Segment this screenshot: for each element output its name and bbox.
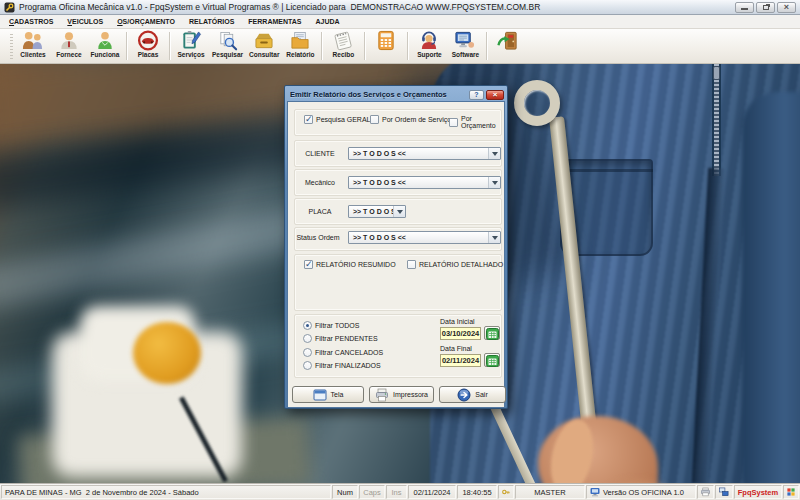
dialog-help-button[interactable]: ? bbox=[469, 90, 484, 100]
menu-ajuda[interactable]: AJUDA bbox=[309, 15, 347, 28]
data-final-label: Data Final bbox=[440, 345, 472, 352]
file-drawer-icon bbox=[252, 30, 276, 51]
close-button[interactable]: × bbox=[777, 2, 796, 13]
statusbar-num: Num bbox=[332, 485, 358, 499]
toolbar-consultar-button[interactable]: Consultar bbox=[246, 29, 282, 63]
software-icon bbox=[453, 30, 477, 51]
checkbox-icon bbox=[370, 115, 379, 124]
status-ordem-dropdown[interactable]: >> T O D O S << bbox=[348, 231, 501, 244]
toolbar-label: Clientes bbox=[20, 51, 45, 59]
toolbar-separator bbox=[126, 32, 127, 60]
toolbar-separator bbox=[169, 32, 170, 60]
toolbar-funciona-button[interactable]: Funciona bbox=[87, 29, 123, 63]
toolbar-clientes-button[interactable]: Clientes bbox=[15, 29, 51, 63]
toolbar-placas-button[interactable]: Placas bbox=[130, 29, 166, 63]
cliente-value: >> T O D O S << bbox=[349, 150, 488, 157]
cliente-label: CLIENTE bbox=[296, 150, 344, 157]
statusbar-caps: Caps bbox=[359, 485, 385, 499]
checkbox-por-ordem-servico[interactable]: Por Ordem de Serviço bbox=[370, 115, 451, 124]
checkbox-por-orcamento[interactable]: Por Orçamento bbox=[449, 115, 504, 129]
dialog-titlebar[interactable]: Emitir Relatório dos Serviços e Orçament… bbox=[287, 88, 505, 101]
toolbar-servicos-button[interactable]: Serviços bbox=[173, 29, 209, 63]
data-inicial-field[interactable]: 03/10/2024 bbox=[440, 327, 481, 340]
toolbar-recibo-button[interactable]: Recibo bbox=[325, 29, 361, 63]
toolbar-relatorio-button[interactable]: Relatório bbox=[282, 29, 318, 63]
sair-button-label: Sair bbox=[475, 391, 487, 398]
statusbar: PARA DE MINAS - MG 2 de Novembro de 2024… bbox=[0, 483, 800, 500]
placa-dropdown[interactable]: >> T O D O S bbox=[348, 205, 406, 218]
menu-ferramentas[interactable]: FERRAMENTAS bbox=[241, 15, 308, 28]
menu-cadastros[interactable]: CADASTROS bbox=[2, 15, 60, 28]
chevron-down-icon bbox=[393, 206, 405, 217]
checkbox-pesquisa-geral[interactable]: Pesquisa GERAL bbox=[304, 115, 370, 124]
radio-icon bbox=[303, 334, 312, 343]
sair-button[interactable]: Sair bbox=[439, 386, 506, 403]
toolbar-label: Recibo bbox=[333, 51, 355, 59]
radio-filtrar-cancelados[interactable]: Filtrar CANCELADOS bbox=[303, 348, 383, 357]
toolbar-label: Consultar bbox=[249, 51, 279, 59]
statusbar-version: Versão OS OFICINA 1.0 bbox=[603, 488, 684, 497]
menu-os-orcamento[interactable]: OS/ORÇAMENTO bbox=[110, 15, 182, 28]
toolbar-sair-button[interactable] bbox=[490, 29, 526, 63]
menu-relatorios[interactable]: RELATÓRIOS bbox=[182, 15, 241, 28]
radio-filtrar-pendentes[interactable]: Filtrar PENDENTES bbox=[303, 334, 378, 343]
statusbar-time: 18:40:55 bbox=[457, 485, 497, 499]
employee-icon bbox=[93, 30, 117, 51]
radio-icon bbox=[303, 348, 312, 357]
radio-label: Filtrar FINALIZADOS bbox=[315, 362, 381, 369]
calendar-icon bbox=[486, 354, 499, 367]
chevron-down-icon bbox=[488, 148, 500, 159]
restore-button[interactable] bbox=[756, 2, 775, 13]
checkbox-icon bbox=[304, 115, 313, 124]
toolbar: Clientes Fornece Funciona Placas Serviço… bbox=[0, 29, 800, 64]
checkbox-label: Por Ordem de Serviço bbox=[382, 116, 451, 123]
toolbar-calculadora-button[interactable] bbox=[368, 29, 404, 63]
menu-veiculos[interactable]: VEICULOS bbox=[60, 15, 110, 28]
calendar-icon bbox=[486, 327, 499, 340]
toolbar-pesquisar-button[interactable]: Pesquisar bbox=[209, 29, 246, 63]
menubar: CADASTROS VEICULOS OS/ORÇAMENTO RELATÓRI… bbox=[0, 15, 800, 29]
tela-button[interactable]: Tela bbox=[292, 386, 364, 403]
mecanico-dropdown[interactable]: >> T O D O S << bbox=[348, 176, 501, 189]
toolbar-suporte-button[interactable]: Suporte bbox=[411, 29, 447, 63]
toolbar-fornece-button[interactable]: Fornece bbox=[51, 29, 87, 63]
minimize-button[interactable] bbox=[735, 2, 754, 13]
screen-icon bbox=[313, 388, 327, 402]
toolbar-separator bbox=[407, 32, 408, 60]
radio-filtrar-finalizados[interactable]: Filtrar FINALIZADOS bbox=[303, 361, 381, 370]
data-inicial-calendar-button[interactable] bbox=[484, 326, 500, 340]
printer-small-icon bbox=[701, 487, 710, 497]
impressora-button[interactable]: Impressora bbox=[369, 386, 434, 403]
checkbox-label: Por Orçamento bbox=[461, 115, 504, 129]
radio-label: Filtrar CANCELADOS bbox=[315, 349, 383, 356]
dialog-close-button[interactable]: × bbox=[486, 90, 504, 100]
exit-door-icon bbox=[496, 30, 520, 51]
supplier-icon bbox=[57, 30, 81, 51]
toolbar-software-button[interactable]: Software bbox=[447, 29, 483, 63]
close-icon: × bbox=[784, 3, 789, 11]
network-icon bbox=[719, 487, 729, 497]
data-final-calendar-button[interactable] bbox=[484, 353, 500, 367]
status-ordem-label: Status Ordem bbox=[294, 234, 342, 241]
dialog-title: Emitir Relatório dos Serviços e Orçament… bbox=[290, 90, 467, 99]
checkbox-relatorio-resumido[interactable]: RELATÓRIO RESUMIDO bbox=[304, 260, 396, 269]
checkbox-icon bbox=[304, 260, 313, 269]
statusbar-brand: FpqSystem bbox=[734, 485, 782, 499]
cliente-dropdown[interactable]: >> T O D O S << bbox=[348, 147, 501, 160]
app-logo-icon bbox=[4, 2, 15, 13]
toolbar-separator bbox=[364, 32, 365, 60]
radio-icon bbox=[303, 321, 312, 330]
impressora-button-label: Impressora bbox=[393, 391, 428, 398]
statusbar-ins: Ins bbox=[386, 485, 407, 499]
ring-wrench-head bbox=[514, 80, 560, 126]
toolbar-label: Fornece bbox=[56, 51, 81, 59]
clients-icon bbox=[21, 30, 45, 51]
checkbox-relatorio-detalhado[interactable]: RELATÓRIO DETALHADO bbox=[407, 260, 503, 269]
radio-filtrar-todos[interactable]: Filtrar TODOS bbox=[303, 321, 359, 330]
statusbar-location: PARA DE MINAS - MG 2 de Novembro de 2024… bbox=[1, 485, 331, 499]
data-final-field[interactable]: 02/11/2024 bbox=[440, 354, 481, 367]
checkbox-label: Pesquisa GERAL bbox=[316, 116, 370, 123]
checkbox-label: RELATÓRIO RESUMIDO bbox=[316, 261, 396, 268]
support-icon bbox=[417, 30, 441, 51]
window-title: Programa Oficina Mecânica v1.0 - FpqSyst… bbox=[19, 2, 731, 12]
